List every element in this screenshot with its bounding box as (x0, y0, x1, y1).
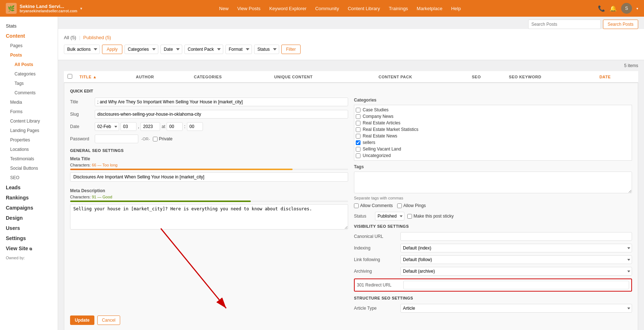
sidebar-item-comments[interactable]: Comments (0, 88, 58, 98)
sidebar-item-stats[interactable]: Stats (0, 21, 58, 31)
published-posts-link[interactable]: Published (5) (83, 35, 111, 40)
col-seo-keyword: SEO KEYWORD (505, 71, 596, 83)
category-checkbox-real-estate-articles[interactable] (356, 121, 360, 125)
canonical-url-input[interactable] (400, 232, 632, 241)
sidebar-item-content-library[interactable]: Content Library (0, 116, 58, 126)
private-checkbox[interactable] (153, 137, 158, 141)
sidebar-item-landing-pages[interactable]: Landing Pages (0, 126, 58, 135)
col-title[interactable]: TITLE ▲ (76, 71, 132, 83)
content-pack-filter[interactable]: Content Pack (184, 45, 223, 54)
redirect-input[interactable] (403, 281, 629, 289)
date-day-input[interactable] (121, 122, 136, 131)
tags-textarea[interactable] (354, 172, 632, 193)
format-filter[interactable]: Format (225, 45, 252, 54)
category-checkbox-company-news[interactable] (356, 114, 360, 119)
sidebar-item-all-posts[interactable]: All Posts (0, 60, 58, 69)
phone-icon[interactable]: 📞 (598, 5, 605, 12)
bell-icon[interactable]: 🔔 (610, 5, 617, 12)
update-button[interactable]: Update (70, 315, 94, 325)
category-checkbox-uncategorized[interactable] (356, 153, 360, 158)
date-month-select[interactable]: 02-Feb (95, 122, 119, 131)
make-sticky-checkbox[interactable] (407, 214, 412, 219)
apply-button[interactable]: Apply (102, 45, 122, 54)
status-filter[interactable]: Status (254, 45, 279, 54)
category-checkbox-real-estate-news[interactable] (356, 134, 360, 139)
sidebar-item-tags[interactable]: Tags (0, 79, 58, 88)
nav-help[interactable]: Help (451, 6, 461, 11)
nav-view-posts[interactable]: View Posts (237, 6, 261, 11)
date-hour-input[interactable] (167, 122, 183, 131)
allow-comments-checkbox[interactable] (354, 203, 359, 208)
password-input[interactable] (95, 135, 138, 143)
category-label-selling-vacant: Selling Vacant Land (363, 147, 401, 152)
meta-title-input[interactable]: Disclosures Are Important When Selling Y… (70, 172, 348, 182)
select-all-checkbox[interactable] (68, 74, 72, 79)
nav-keyword-explorer[interactable]: Keyword Explorer (269, 6, 307, 11)
sidebar-item-settings[interactable]: Settings (0, 233, 58, 243)
sidebar-item-properties[interactable]: Properties (0, 135, 58, 145)
status-select[interactable]: Published Draft Private (375, 212, 404, 220)
category-checkbox-sellers[interactable] (356, 140, 360, 145)
allow-pings-checkbox[interactable] (397, 203, 402, 208)
make-sticky-label: Make this post sticky (407, 214, 454, 219)
indexing-select[interactable]: Default (index) (400, 244, 632, 252)
sidebar-item-campaigns[interactable]: Campaigns (0, 203, 58, 213)
category-checkbox-case-studies[interactable] (356, 108, 360, 112)
sidebar-item-users[interactable]: Users (0, 223, 58, 233)
cancel-button[interactable]: Cancel (97, 315, 120, 325)
sidebar-item-view-site[interactable]: View Site ⧉ (0, 243, 58, 253)
date-filter[interactable]: Date (160, 45, 182, 54)
article-type-select[interactable]: Article (400, 304, 632, 313)
allow-pings-text: Allow Pings (403, 203, 426, 208)
nav-marketplace[interactable]: Marketplace (417, 6, 443, 11)
meta-title-progress-bar (70, 169, 293, 170)
sidebar-item-posts[interactable]: Posts (0, 50, 58, 60)
sidebar-item-leads[interactable]: Leads (0, 182, 58, 193)
sidebar-item-categories[interactable]: Categories (0, 69, 58, 79)
slug-label: Slug (70, 112, 92, 117)
sidebar-item-design[interactable]: Design (0, 213, 58, 223)
avatar[interactable]: S (621, 3, 632, 14)
content-header: All (5) | Published (5) Bulk actions App… (58, 29, 644, 60)
categories-filter[interactable]: Categories (125, 45, 158, 54)
meta-desc-textarea[interactable]: Selling your house in [market_city]? Her… (70, 204, 348, 230)
tags-hint: Separate tags with commas (354, 196, 632, 200)
filter-button[interactable]: Filter (281, 45, 301, 54)
sidebar-item-testimonials[interactable]: Testimonials (0, 154, 58, 164)
category-label-market-stats: Real Estate Market Statistics (363, 127, 418, 132)
all-posts-link[interactable]: All (5) (64, 35, 76, 40)
bulk-actions-select[interactable]: Bulk actions (64, 45, 100, 54)
sidebar-item-content[interactable]: Content (0, 31, 58, 41)
link-following-select[interactable]: Default (follow) (400, 255, 632, 264)
search-posts-input[interactable] (528, 20, 601, 29)
sidebar-item-rankings[interactable]: Rankings (0, 193, 58, 203)
sidebar-item-forms[interactable]: Forms (0, 107, 58, 116)
nav-community[interactable]: Community (315, 6, 339, 11)
archiving-select[interactable]: Default (archive) (400, 267, 632, 276)
date-min-input[interactable] (187, 122, 203, 131)
nav-content-library[interactable]: Content Library (348, 6, 380, 11)
category-real-estate-articles: Real Estate Articles (356, 120, 630, 126)
nav-new[interactable]: New (219, 6, 229, 11)
or-label: -OR- (141, 137, 150, 141)
category-checkbox-market-stats[interactable] (356, 127, 360, 132)
sidebar-item-seo[interactable]: SEO (0, 173, 58, 182)
date-inputs: 02-Feb , at : (95, 122, 203, 131)
time-colon: : (184, 124, 185, 129)
date-year-input[interactable] (140, 122, 160, 131)
action-buttons: Update Cancel (70, 315, 632, 325)
sidebar-item-social-buttons[interactable]: Social Buttons (0, 164, 58, 173)
title-row: Title ; and Why Are They So Important Wh… (70, 98, 348, 106)
slug-input[interactable]: disclosures-when-selling-your-house-in-o… (95, 110, 348, 119)
title-input[interactable]: ; and Why Are They So Important When Sel… (95, 98, 348, 106)
sidebar-item-media[interactable]: Media (0, 98, 58, 107)
sidebar-item-pages[interactable]: Pages (0, 41, 58, 50)
sidebar-item-locations[interactable]: Locations (0, 145, 58, 154)
private-text: Private (159, 136, 172, 141)
brand[interactable]: 🌿 Sekine Land Servi... bryansekinelandse… (6, 3, 82, 14)
quick-edit-grid: Title ; and Why Are They So Important Wh… (70, 98, 632, 315)
category-checkbox-selling-vacant[interactable] (356, 147, 360, 152)
nav-trainings[interactable]: Trainings (389, 6, 408, 11)
search-posts-button[interactable]: Search Posts (603, 20, 638, 29)
col-date[interactable]: DATE (596, 71, 638, 83)
